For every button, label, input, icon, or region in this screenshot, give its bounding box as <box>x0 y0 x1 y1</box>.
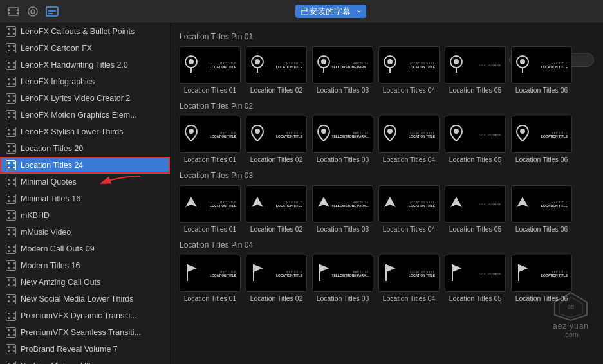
sidebar-item-17[interactable]: PremiumVFX Dynamic Transiti... <box>0 307 170 324</box>
pin-item-2-4[interactable]: KYiV, UKRAINELocation Titles 05 <box>445 185 506 233</box>
sidebar-item-4[interactable]: LenoFX Lyrics Video Creator 2 <box>0 90 170 107</box>
pin-group-title-2: Location Titles Pin 03 <box>180 171 594 180</box>
pin-thumbnail-3-4: KYiV, UKRAINE <box>445 255 506 292</box>
pin-type-icon-3-2 <box>317 263 331 284</box>
pin-item-0-5[interactable]: MAP TITLELOCATION TITLELocation Titles 0… <box>511 46 572 94</box>
pin-item-3-4[interactable]: KYiV, UKRAINELocation Titles 05 <box>445 255 506 302</box>
sidebar-film-icon-19 <box>5 343 17 355</box>
pin-item-2-1[interactable]: MAP TITLELOCATION TITLELocation Titles 0… <box>246 185 307 233</box>
sidebar-film-icon-12 <box>5 226 17 238</box>
sidebar-item-13[interactable]: Modern Call Outs 09 <box>0 241 170 257</box>
pin-label-0-3: Location Titles 04 <box>378 86 440 94</box>
sidebar-item-14[interactable]: Modern Titles 16 <box>0 257 170 274</box>
pin-type-icon-0-4 <box>449 55 463 75</box>
pin-type-icon-2-5 <box>515 196 530 212</box>
pin-type-icon-3-5 <box>515 263 530 284</box>
sidebar-item-12[interactable]: mMusic Video <box>0 224 170 241</box>
pin-label-1-4: Location Titles 05 <box>445 156 506 163</box>
sidebar-item-20[interactable]: ProIntro Vintage V2 <box>0 358 170 364</box>
svg-marker-37 <box>318 197 329 207</box>
pin-label-3-5: Location Titles 06 <box>511 295 572 302</box>
pin-item-1-5[interactable]: MAP TITLELOCATION TITLELocation Titles 0… <box>511 116 572 163</box>
music-icon[interactable] <box>26 5 40 19</box>
pin-thumbnail-2-2: MAP TITLEYELLOWSTONE PARK... <box>312 185 373 223</box>
svg-marker-42 <box>187 264 197 272</box>
thumb-text: LOCATION TITLE <box>210 134 236 138</box>
subtitle-icon[interactable] <box>45 5 59 19</box>
pin-thumbnail-3-0: MAP TITLELOCATION TITLE <box>180 255 241 292</box>
svg-point-24 <box>454 59 459 64</box>
sidebar-item-15[interactable]: New Amzing Call Outs <box>0 274 170 291</box>
sidebar-item-8[interactable]: Location Titles 24 <box>0 157 170 174</box>
sidebar-label-14: Modern Titles 16 <box>21 261 80 270</box>
thumb-text: LOCATION TITLE <box>541 134 568 138</box>
pin-label-1-5: Location Titles 06 <box>511 156 572 163</box>
thumb-text: KYiV, UKRAINE <box>479 64 501 67</box>
pin-item-2-0[interactable]: MAP TITLELOCATION TITLELocation Titles 0… <box>180 185 241 233</box>
pin-item-3-3[interactable]: LOCATION NAMELOCATION TITLELocation Titl… <box>378 255 440 302</box>
sidebar-item-11[interactable]: mKBHD <box>0 207 170 224</box>
category-dropdown-wrap[interactable]: 已安装的字幕 <box>295 5 366 18</box>
sidebar-film-icon-17 <box>5 310 17 322</box>
sidebar-film-icon-10 <box>5 193 17 205</box>
pin-item-1-0[interactable]: MAP TITLELOCATION TITLELocation Titles 0… <box>180 116 241 163</box>
thumb-text: KYiV, UKRAINE <box>479 203 501 206</box>
pin-label-3-4: Location Titles 05 <box>445 295 506 302</box>
film-strip-icon[interactable] <box>6 5 21 19</box>
pin-thumbnail-0-3: LOCATION NAMELOCATION TITLE <box>378 46 440 84</box>
pin-item-1-4[interactable]: KYiV, UKRAINELocation Titles 05 <box>445 116 506 163</box>
pin-item-3-1[interactable]: MAP TITLELOCATION TITLELocation Titles 0… <box>246 255 307 302</box>
category-dropdown[interactable]: 已安装的字幕 <box>295 5 366 18</box>
pin-item-0-2[interactable]: MAP TITLEYELLOWSTONE PARK...Location Tit… <box>312 46 373 94</box>
pin-type-icon-3-0 <box>184 263 198 284</box>
pin-item-1-3[interactable]: LOCATION NAMELOCATION TITLELocation Titl… <box>378 116 440 163</box>
sidebar-item-19[interactable]: ProBrand Reveal Volume 7 <box>0 341 170 358</box>
pin-thumbnail-2-0: MAP TITLELOCATION TITLE <box>180 185 241 223</box>
sidebar-item-10[interactable]: Minimal Titles 16 <box>0 190 170 207</box>
sidebar-item-5[interactable]: LenoFX Motion Graphics Elem... <box>0 107 170 123</box>
pin-item-2-5[interactable]: MAP TITLELOCATION TITLELocation Titles 0… <box>511 185 572 233</box>
sidebar-label-8: Location Titles 24 <box>21 161 83 170</box>
sidebar-item-6[interactable]: LenoFX Stylish Lower Thirds <box>0 123 170 140</box>
pin-type-icon-3-3 <box>383 263 397 284</box>
sidebar-item-2[interactable]: LenoFX Handwriting Titles 2.0 <box>0 57 170 73</box>
sidebar-item-1[interactable]: LenoFX Cartoon FX <box>0 40 170 57</box>
pin-thumbnail-3-5: MAP TITLELOCATION TITLE <box>511 255 572 292</box>
thumb-text: LOCATION TITLE <box>276 273 302 277</box>
sidebar-item-7[interactable]: Location Titles 20 <box>0 140 170 157</box>
sidebar: LenoFX Callouts & Bullet PointsLenoFX Ca… <box>0 23 171 364</box>
pin-item-0-1[interactable]: MAP TITLELOCATION TITLELocation Titles 0… <box>246 46 307 94</box>
sidebar-item-16[interactable]: New Social Media Lower Thirds <box>0 291 170 307</box>
pin-item-3-2[interactable]: MAP TITLEYELLOWSTONE PARK...Location Tit… <box>312 255 373 302</box>
sidebar-film-icon-7 <box>5 143 17 154</box>
sidebar-item-3[interactable]: LenoFX Infographics <box>0 73 170 90</box>
pin-type-icon-3-4 <box>449 263 463 284</box>
svg-rect-8 <box>46 7 58 16</box>
pin-item-2-2[interactable]: MAP TITLEYELLOWSTONE PARK...Location Tit… <box>312 185 373 233</box>
sidebar-item-9[interactable]: Minimal Quotes <box>0 174 170 190</box>
pin-item-0-3[interactable]: LOCATION NAMELOCATION TITLELocation Titl… <box>378 46 440 94</box>
thumb-text: KYiV, UKRAINE <box>479 272 501 275</box>
pin-items-2: MAP TITLELOCATION TITLELocation Titles 0… <box>180 185 594 233</box>
pin-item-0-0[interactable]: MAP TITLELOCATION TITLELocation Titles 0… <box>180 46 241 94</box>
pin-type-icon-0-5 <box>515 55 530 75</box>
pin-items-0: MAP TITLELOCATION TITLELocation Titles 0… <box>180 46 594 94</box>
sidebar-film-icon-18 <box>5 327 17 338</box>
pin-label-3-3: Location Titles 04 <box>378 295 440 302</box>
pin-label-0-4: Location Titles 05 <box>445 86 506 94</box>
pin-item-1-2[interactable]: MAP TITLEYELLOWSTONE PARK...Location Tit… <box>312 116 373 163</box>
sidebar-item-18[interactable]: PremiumVFX Seamless Transiti... <box>0 324 170 341</box>
pin-item-1-1[interactable]: MAP TITLELOCATION TITLELocation Titles 0… <box>246 116 307 163</box>
thumb-text: LOCATION TITLE <box>276 65 302 69</box>
pin-type-icon-2-1 <box>250 196 264 212</box>
pin-thumbnail-0-1: MAP TITLELOCATION TITLE <box>246 46 307 84</box>
pin-item-0-4[interactable]: KYiV, UKRAINELocation Titles 05 <box>445 46 506 94</box>
sidebar-item-0[interactable]: LenoFX Callouts & Bullet Points <box>0 23 170 40</box>
pin-thumbnail-2-5: MAP TITLELOCATION TITLE <box>511 185 572 223</box>
svg-point-33 <box>454 129 459 134</box>
pin-item-3-5[interactable]: MAP TITLELOCATION TITLELocation Titles 0… <box>511 255 572 302</box>
thumb-text: LOCATION TITLE <box>409 273 435 277</box>
pin-item-2-3[interactable]: LOCATION NAMELOCATION TITLELocation Titl… <box>378 185 440 233</box>
pin-thumbnail-1-4: KYiV, UKRAINE <box>445 116 506 153</box>
pin-item-3-0[interactable]: MAP TITLELOCATION TITLELocation Titles 0… <box>180 255 241 302</box>
